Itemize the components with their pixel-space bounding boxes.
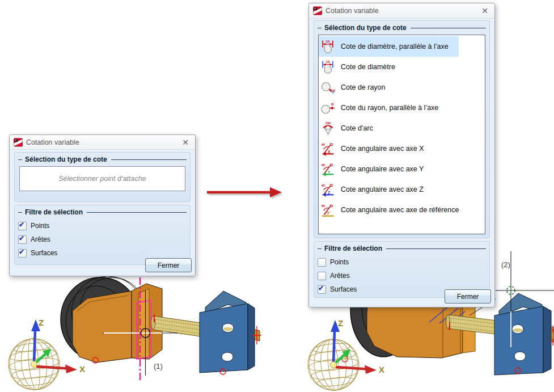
list-item[interactable]: Cote angulaire avec axe X: [319, 138, 485, 159]
radius-parallel-axis-icon: [320, 100, 336, 116]
checkbox-label: Surfaces: [31, 249, 57, 257]
title-bar[interactable]: Cotation variable ✕: [10, 135, 195, 150]
title-bar[interactable]: Cotation variable ✕: [309, 3, 494, 19]
angular-reference-axis-icon: [320, 203, 336, 218]
filter-row-points: Points: [318, 255, 486, 269]
list-item[interactable]: Cote de diamètre: [319, 57, 485, 77]
annotation-1: (1): [154, 362, 163, 370]
list-item-label: Cote angulaire avec axe Z: [341, 186, 424, 193]
group-title: Filtre de sélection: [324, 245, 382, 252]
list-item-label: Cote de rayon: [341, 83, 386, 91]
list-item-label: Cote angulaire avec axe X: [341, 145, 424, 153]
fermer-button[interactable]: Fermer: [445, 289, 491, 304]
bracket-plate[interactable]: [494, 306, 543, 375]
list-item[interactable]: Cote du rayon, parallèle à l’axe: [319, 98, 485, 118]
list-item[interactable]: Cote de diamètre, parallèle à l’axe: [319, 36, 485, 57]
checkbox-label: Arêtes: [31, 235, 50, 243]
angular-axis-y-icon: [320, 162, 336, 177]
filter-row-aretes: Arêtes: [18, 233, 187, 246]
diameter-parallel-axis-icon: [320, 39, 336, 54]
group-type-selection: Sélection du type de cote Sélectionner p…: [14, 152, 191, 202]
application-canvas: Z X: [0, 0, 554, 392]
list-item[interactable]: Cote angulaire avec axe Y: [319, 159, 485, 179]
list-item-label: Cote d’arc: [341, 124, 373, 132]
app-icon: [14, 138, 23, 147]
list-item[interactable]: Cote angulaire avec axe Z: [319, 179, 485, 200]
checkbox-label: Arêtes: [330, 272, 350, 280]
surfaces-checkbox[interactable]: [18, 249, 27, 258]
transition-arrow: [207, 187, 284, 199]
group-title: Sélection du type de cote: [324, 24, 407, 32]
points-checkbox[interactable]: [318, 258, 326, 267]
angular-axis-x-icon: [320, 141, 336, 157]
arc-icon: [320, 121, 336, 136]
list-item-label: Cote de diamètre: [341, 63, 395, 71]
fermer-button[interactable]: Fermer: [145, 258, 192, 272]
dialog-cotation-variable-left: Cotation variable ✕ Sélection du type de…: [9, 134, 196, 276]
radius-icon: [320, 80, 336, 95]
angular-axis-z-icon: [320, 182, 336, 197]
filter-row-points: Points: [18, 219, 187, 233]
checkbox-label: Points: [330, 258, 349, 266]
filter-row-aretes: Arêtes: [318, 269, 486, 283]
attach-point-prompt[interactable]: Sélectionner point d’attache: [19, 166, 185, 191]
group-selection-filter: Filtre de sélection Points Arêtes Surfac…: [14, 205, 191, 265]
list-item-label: Cote de diamètre, parallèle à l’axe: [341, 43, 449, 50]
edges-checkbox[interactable]: [318, 272, 326, 280]
group-title: Filtre de sélection: [25, 208, 83, 216]
app-icon: [313, 6, 322, 15]
list-item-label: Cote angulaire avec axe Y: [341, 165, 424, 173]
close-icon[interactable]: ✕: [180, 137, 191, 148]
edges-checkbox[interactable]: [18, 235, 27, 244]
annotation-2: (2): [501, 260, 510, 269]
close-icon[interactable]: ✕: [479, 5, 490, 16]
assembly-left[interactable]: (1): [61, 276, 261, 381]
checkbox-label: Surfaces: [330, 285, 357, 293]
group-type-selection: Sélection du type de cote Cote de diamèt…: [314, 20, 490, 238]
list-item-label: Cote angulaire avec axe de référence: [341, 206, 459, 214]
list-item[interactable]: Cote angulaire avec axe de référence: [319, 200, 485, 220]
group-title: Sélection du type de cote: [25, 155, 107, 163]
list-item[interactable]: Cote d’arc: [319, 118, 485, 138]
window-title: Cotation variable: [325, 7, 379, 15]
list-item[interactable]: Cote de rayon: [319, 77, 485, 98]
points-checkbox[interactable]: [18, 222, 27, 230]
bracket-plate[interactable]: [200, 304, 248, 373]
diameter-icon: [320, 60, 336, 75]
list-item-label: Cote du rayon, parallèle à l’axe: [341, 104, 438, 112]
dimension-type-list[interactable]: Cote de diamètre, parallèle à l’axe Cote…: [318, 35, 485, 234]
checkbox-label: Points: [31, 222, 49, 230]
dialog-cotation-variable-right: Cotation variable ✕ Sélection du type de…: [308, 3, 495, 307]
window-title: Cotation variable: [26, 138, 79, 146]
surfaces-checkbox[interactable]: [318, 285, 326, 294]
